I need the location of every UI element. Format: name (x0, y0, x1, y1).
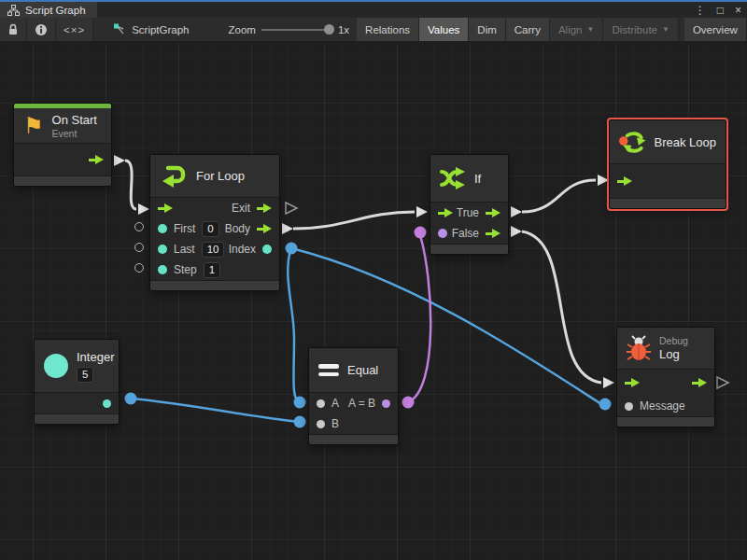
value-input-port[interactable] (158, 224, 167, 233)
close-icon[interactable]: × (735, 4, 741, 17)
port-label: Body (225, 222, 250, 235)
zoom-slider[interactable] (261, 29, 332, 31)
control-input-port[interactable] (625, 378, 640, 387)
node-category: Debug (659, 335, 688, 346)
overview-button[interactable]: Overview (684, 18, 747, 41)
node-footer (430, 244, 508, 254)
message-input-port[interactable] (625, 402, 633, 411)
unconnected-port-circle[interactable] (134, 222, 144, 231)
node-footer (150, 280, 279, 290)
zoom-value: 1x (338, 24, 349, 35)
false-output-port[interactable] (486, 229, 500, 238)
unconnected-port-circle[interactable] (134, 243, 144, 252)
zoom-slider-handle[interactable] (324, 24, 334, 35)
chevron-down-icon: ▼ (587, 26, 595, 34)
node-title: If (474, 172, 481, 186)
breakpoint-dot (619, 136, 628, 146)
node-subtitle: Event (52, 128, 97, 139)
inspect-button[interactable] (27, 18, 56, 41)
a-input-port[interactable] (317, 399, 325, 408)
integer-output-port[interactable] (103, 399, 111, 408)
node-title: Break Loop (655, 135, 717, 149)
node-title: For Loop (196, 169, 245, 183)
for-loop-step-input[interactable]: 1 (204, 262, 220, 278)
values-button[interactable]: Values (419, 18, 469, 41)
maximize-icon[interactable]: □ (717, 4, 724, 17)
integer-value-input[interactable]: 5 (77, 367, 93, 383)
control-input-port[interactable] (617, 176, 632, 186)
zoom-label: Zoom (229, 24, 256, 35)
node-if[interactable]: If True False (430, 154, 509, 255)
node-equal[interactable]: Equal A A = B B (308, 347, 399, 445)
b-input-port[interactable] (317, 420, 325, 428)
true-output-port[interactable] (486, 208, 500, 217)
port-label: A (331, 397, 339, 410)
node-debug-log[interactable]: Debug Log Message (616, 327, 715, 427)
code-preview-button[interactable]: <×> (56, 18, 93, 41)
unity-visual-scripting-window: Script Graph ⋮ □ × <×> (0, 0, 747, 560)
graph-icon (7, 5, 20, 16)
port-label: Exit (232, 202, 250, 215)
for-loop-first-input[interactable]: 0 (202, 221, 218, 237)
body-output-port[interactable] (257, 224, 272, 233)
node-title: Equal (347, 363, 378, 377)
loop-icon (160, 164, 188, 188)
integer-type-icon (44, 354, 68, 378)
graph-breadcrumb[interactable]: ScriptGraph (106, 18, 196, 41)
port-label: True (457, 206, 479, 219)
node-title: Log (659, 347, 688, 361)
node-integer[interactable]: Integer 5 (34, 339, 120, 425)
flag-icon: ⚑ (23, 116, 44, 136)
for-loop-last-input[interactable]: 10 (202, 242, 225, 258)
tab-script-graph[interactable]: Script Graph (0, 2, 97, 18)
port-label: A = B (348, 397, 375, 410)
relations-button[interactable]: Relations (357, 18, 419, 41)
node-footer (610, 198, 726, 208)
control-output-port[interactable] (89, 155, 104, 164)
node-title: On Start (52, 113, 97, 127)
chevron-down-icon: ▼ (662, 26, 669, 34)
port-label: Message (640, 399, 685, 413)
carry-button[interactable]: Carry (506, 18, 550, 41)
port-label: False (452, 227, 479, 240)
port-label: Last (174, 243, 195, 256)
window-controls: ⋮ □ × (695, 2, 741, 18)
port-label: B (331, 417, 339, 430)
exit-output-port[interactable] (257, 203, 272, 213)
align-button: Align▼ (550, 18, 604, 41)
value-input-port[interactable] (158, 265, 167, 274)
break-loop-icon (619, 130, 646, 155)
control-output-port[interactable] (692, 378, 707, 387)
lock-button[interactable] (0, 18, 27, 41)
node-footer (309, 434, 398, 444)
tab-title: Script Graph (25, 5, 86, 16)
value-input-port[interactable] (158, 245, 167, 254)
node-on-start[interactable]: ⚑ On Start Event (13, 103, 112, 187)
zoom-control: Zoom 1x (221, 18, 358, 41)
port-label: First (174, 222, 195, 235)
control-input-port[interactable] (158, 203, 173, 213)
node-for-loop[interactable]: For Loop Exit First 0 Body (149, 154, 280, 291)
unconnected-port-circle[interactable] (134, 263, 144, 273)
lock-icon (7, 23, 19, 35)
node-footer (617, 416, 714, 427)
port-label: Step (174, 263, 197, 276)
info-icon (35, 23, 48, 36)
bug-icon (627, 335, 651, 361)
index-output-port[interactable] (262, 245, 272, 254)
equals-icon (318, 364, 339, 376)
graph-toolbar: <×> ScriptGraph Zoom 1x Relations Values… (0, 18, 747, 42)
result-output-port[interactable] (382, 399, 390, 408)
window-menu-icon[interactable]: ⋮ (695, 4, 706, 17)
condition-input-port[interactable] (438, 229, 447, 238)
distribute-button: Distribute▼ (603, 18, 679, 41)
dim-button[interactable]: Dim (469, 18, 505, 41)
node-title: Integer (77, 350, 114, 364)
control-input-port[interactable] (438, 208, 453, 217)
script-graph-icon (113, 23, 126, 35)
branch-icon (440, 166, 466, 190)
node-break-loop[interactable]: Break Loop (609, 119, 726, 209)
port-label: Index (229, 243, 256, 256)
node-footer (35, 413, 119, 424)
tab-bar: Script Graph (0, 2, 747, 18)
